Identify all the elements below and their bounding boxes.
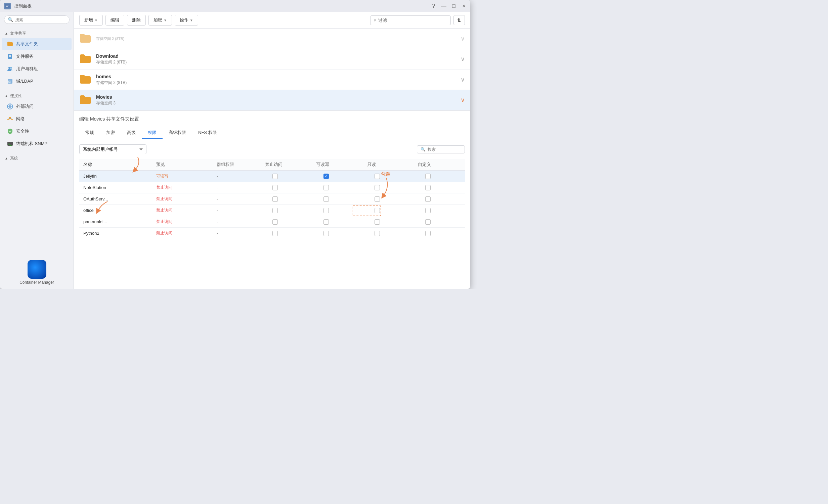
minimize-btn[interactable]: — — [441, 4, 446, 8]
sidebar-item-external-access[interactable]: 外部访问 — [2, 100, 72, 113]
folder-item-homes[interactable]: homes 存储空间 2 (8TB) ∨ — [74, 70, 470, 90]
table-row[interactable]: OAuthServ... 禁止访问 - — [79, 194, 465, 205]
cell-rw-4[interactable] — [312, 216, 363, 228]
cell-deny-1[interactable] — [261, 182, 312, 194]
sidebar-item-network[interactable]: 网络 — [2, 113, 72, 125]
checkbox-ro-3[interactable] — [375, 208, 380, 213]
cell-custom-5[interactable] — [414, 228, 465, 239]
action-button[interactable]: 操作 ▼ — [175, 15, 198, 26]
checkbox-rw-0[interactable]: ✓ — [324, 174, 329, 179]
checkbox-deny-2[interactable] — [273, 197, 278, 202]
cell-ro-3[interactable] — [363, 205, 414, 216]
checkbox-ro-5[interactable] — [375, 231, 380, 236]
checkbox-deny-1[interactable] — [273, 185, 278, 191]
add-button[interactable]: 新增 ▼ — [79, 15, 103, 26]
main-window: 控制面板 ? — □ × 🔍 ▲ 文件共享 — [0, 0, 470, 289]
sidebar-item-domain-ldap[interactable]: ID 域/LDAP — [2, 75, 72, 87]
table-row[interactable]: pan-xunlei... 禁止访问 - — [79, 216, 465, 228]
window-controls[interactable]: ? — □ × — [431, 4, 466, 8]
folder-item-movies[interactable]: Movies 存储空间 3 ∨ — [74, 90, 470, 111]
cell-rw-2[interactable] — [312, 194, 363, 205]
checkbox-custom-3[interactable] — [425, 208, 430, 213]
cell-deny-5[interactable] — [261, 228, 312, 239]
user-account-select[interactable]: 系统内部用户帐号 — [79, 144, 147, 154]
checkbox-deny-0[interactable] — [273, 174, 278, 179]
section-header-file-share[interactable]: ▲ 文件共享 — [0, 29, 74, 38]
checkbox-rw-2[interactable] — [324, 197, 329, 202]
tab-nfs-permissions[interactable]: NFS 权限 — [192, 127, 223, 139]
sidebar-item-user-group[interactable]: 用户与群组 — [2, 63, 72, 75]
checkbox-ro-0[interactable] — [375, 174, 380, 179]
checkbox-ro-2[interactable] — [375, 197, 380, 202]
container-manager-icon[interactable] — [28, 260, 46, 279]
security-icon — [7, 128, 13, 135]
sidebar-item-terminal-snmp[interactable]: >_ 终端机和 SNMP — [2, 138, 72, 150]
checkbox-deny-3[interactable] — [273, 208, 278, 213]
filter-box[interactable]: ▿ — [370, 15, 451, 25]
checkbox-ro-1[interactable] — [375, 185, 380, 191]
search-input[interactable] — [15, 17, 66, 22]
table-row[interactable]: Python2 禁止访问 - — [79, 228, 465, 239]
checkbox-custom-5[interactable] — [425, 231, 430, 236]
cell-deny-3[interactable] — [261, 205, 312, 216]
sort-button[interactable]: ⇅ — [453, 15, 465, 25]
cell-deny-2[interactable] — [261, 194, 312, 205]
checkbox-rw-4[interactable] — [324, 219, 329, 225]
cell-ro-1[interactable] — [363, 182, 414, 194]
tab-adv-permissions[interactable]: 高级权限 — [163, 127, 192, 139]
table-row[interactable]: Jellyfin 可读写 - ✓ — [79, 171, 465, 182]
cell-rw-5[interactable] — [312, 228, 363, 239]
checkbox-custom-1[interactable] — [425, 185, 430, 191]
checkbox-deny-4[interactable] — [273, 219, 278, 225]
tab-encrypt[interactable]: 加密 — [100, 127, 121, 139]
cell-rw-0[interactable]: ✓ — [312, 171, 363, 182]
maximize-btn[interactable]: □ — [451, 4, 456, 8]
folder-item-download[interactable]: Download 存储空间 2 (8TB) ∨ — [74, 49, 470, 70]
cell-ro-2[interactable] — [363, 194, 414, 205]
checkbox-custom-0[interactable] — [425, 174, 430, 179]
close-btn[interactable]: × — [461, 4, 466, 8]
sidebar-item-shared-folder[interactable]: 共享文件夹 — [2, 38, 72, 50]
checkbox-custom-4[interactable] — [425, 219, 430, 225]
cell-custom-0[interactable] — [414, 171, 465, 182]
tab-permissions[interactable]: 权限 — [142, 127, 163, 139]
checkbox-custom-2[interactable] — [425, 197, 430, 202]
edit-button[interactable]: 编辑 — [106, 15, 124, 26]
filter-input[interactable] — [378, 18, 447, 23]
tab-general[interactable]: 常规 — [79, 127, 100, 139]
section-header-system[interactable]: ▲ 系统 — [0, 154, 74, 163]
cell-custom-2[interactable] — [414, 194, 465, 205]
table-row[interactable]: office 禁止访问 - — [79, 205, 465, 216]
cell-deny-0[interactable] — [261, 171, 312, 182]
folder-item-above[interactable]: 存储空间 2 (8TB) ∨ — [74, 29, 470, 49]
search-box[interactable]: 🔍 — [4, 15, 70, 24]
help-btn[interactable]: ? — [431, 4, 436, 8]
delete-button[interactable]: 删除 — [127, 15, 146, 26]
main-layout: 🔍 ▲ 文件共享 共享文件夹 — [0, 12, 470, 289]
table-search-input[interactable] — [427, 147, 461, 152]
section-connectivity: ▲ 连接性 外部访问 网络 — [0, 90, 74, 152]
cell-custom-3[interactable] — [414, 205, 465, 216]
tab-advanced[interactable]: 高级 — [121, 127, 142, 139]
cell-rw-3[interactable] — [312, 205, 363, 216]
section-header-connectivity[interactable]: ▲ 连接性 — [0, 92, 74, 100]
cell-ro-4[interactable] — [363, 216, 414, 228]
checkbox-ro-4[interactable] — [375, 219, 380, 225]
cell-name-3: office — [79, 205, 152, 216]
sidebar-item-security[interactable]: 安全性 — [2, 125, 72, 137]
checkbox-rw-5[interactable] — [324, 231, 329, 236]
cell-deny-4[interactable] — [261, 216, 312, 228]
checkbox-rw-1[interactable] — [324, 185, 329, 191]
table-search-box[interactable]: 🔍 — [417, 145, 465, 154]
checkbox-deny-5[interactable] — [273, 231, 278, 236]
cell-custom-4[interactable] — [414, 216, 465, 228]
encrypt-button[interactable]: 加密 ▼ — [149, 15, 172, 26]
table-row[interactable]: NoteStation 禁止访问 - — [79, 182, 465, 194]
cell-rw-1[interactable] — [312, 182, 363, 194]
sidebar-item-file-service[interactable]: 文件服务 — [2, 50, 72, 62]
checkbox-rw-3[interactable] — [324, 208, 329, 213]
cell-custom-1[interactable] — [414, 182, 465, 194]
cell-ro-5[interactable] — [363, 228, 414, 239]
cell-ro-0[interactable] — [363, 171, 414, 182]
section-system: ▲ 系统 — [0, 152, 74, 165]
